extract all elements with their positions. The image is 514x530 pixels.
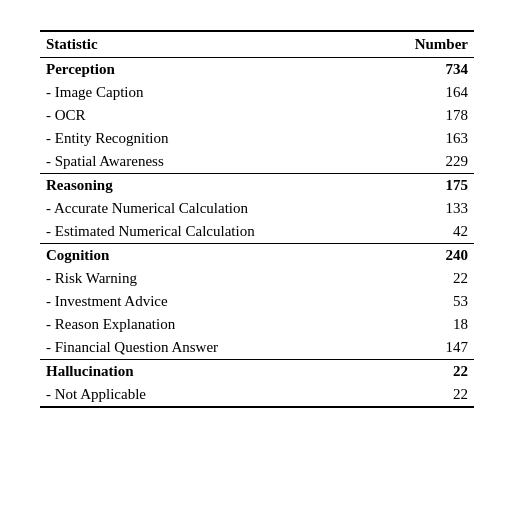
table-row-category: Perception734: [40, 58, 474, 82]
col-header-number: Number: [375, 31, 474, 58]
cell-statistic: Perception: [40, 58, 375, 82]
cell-statistic: - Financial Question Answer: [40, 336, 375, 360]
cell-number: 229: [375, 150, 474, 174]
cell-statistic: - Investment Advice: [40, 290, 375, 313]
table-row: - Financial Question Answer147: [40, 336, 474, 360]
cell-number: 178: [375, 104, 474, 127]
cell-number: 163: [375, 127, 474, 150]
cell-number: 53: [375, 290, 474, 313]
statistics-table: Statistic Number Perception734- Image Ca…: [40, 30, 474, 408]
cell-number: 147: [375, 336, 474, 360]
cell-statistic: Hallucination: [40, 360, 375, 384]
cell-statistic: - OCR: [40, 104, 375, 127]
table-row: - Investment Advice53: [40, 290, 474, 313]
cell-statistic: - Accurate Numerical Calculation: [40, 197, 375, 220]
table-row: - Accurate Numerical Calculation133: [40, 197, 474, 220]
cell-statistic: - Risk Warning: [40, 267, 375, 290]
cell-number: 18: [375, 313, 474, 336]
table-row: - Image Caption164: [40, 81, 474, 104]
cell-number: 22: [375, 360, 474, 384]
table-row: - OCR178: [40, 104, 474, 127]
table-row: - Reason Explanation18: [40, 313, 474, 336]
cell-number: 22: [375, 267, 474, 290]
cell-number: 240: [375, 244, 474, 268]
cell-statistic: - Reason Explanation: [40, 313, 375, 336]
cell-number: 133: [375, 197, 474, 220]
table-row: - Risk Warning22: [40, 267, 474, 290]
cell-number: 22: [375, 383, 474, 407]
statistics-table-wrapper: Statistic Number Perception734- Image Ca…: [40, 30, 474, 408]
table-row: - Estimated Numerical Calculation42: [40, 220, 474, 244]
cell-number: 734: [375, 58, 474, 82]
cell-statistic: Cognition: [40, 244, 375, 268]
cell-statistic: - Estimated Numerical Calculation: [40, 220, 375, 244]
table-row: - Spatial Awareness229: [40, 150, 474, 174]
table-row-category: Cognition240: [40, 244, 474, 268]
table-row-category: Reasoning175: [40, 174, 474, 198]
cell-number: 164: [375, 81, 474, 104]
cell-statistic: - Not Applicable: [40, 383, 375, 407]
cell-statistic: Reasoning: [40, 174, 375, 198]
cell-statistic: - Image Caption: [40, 81, 375, 104]
table-header-row: Statistic Number: [40, 31, 474, 58]
cell-statistic: - Entity Recognition: [40, 127, 375, 150]
cell-number: 42: [375, 220, 474, 244]
table-body: Perception734- Image Caption164- OCR178-…: [40, 58, 474, 408]
table-row: - Not Applicable22: [40, 383, 474, 407]
table-row-category: Hallucination22: [40, 360, 474, 384]
col-header-statistic: Statistic: [40, 31, 375, 58]
cell-number: 175: [375, 174, 474, 198]
cell-statistic: - Spatial Awareness: [40, 150, 375, 174]
table-row: - Entity Recognition163: [40, 127, 474, 150]
